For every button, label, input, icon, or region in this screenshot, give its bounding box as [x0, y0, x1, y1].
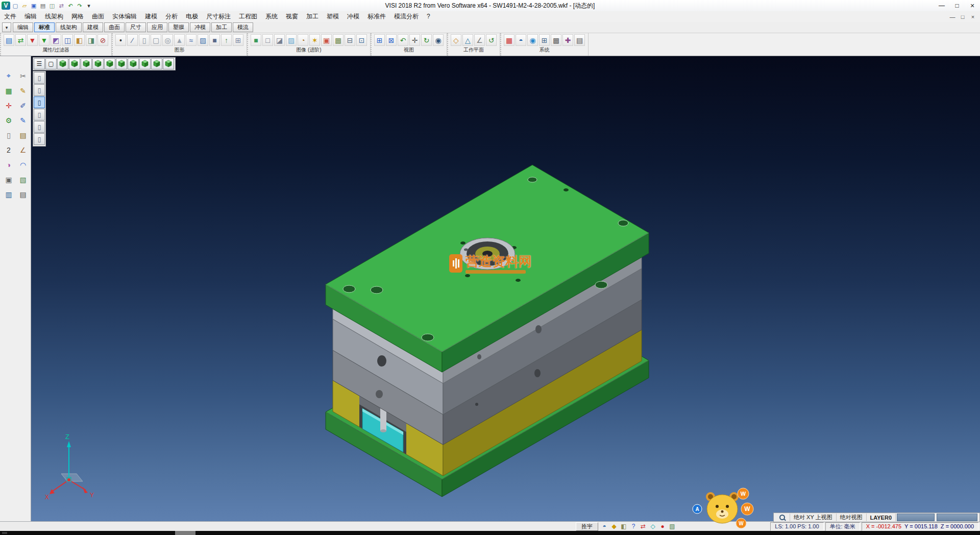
- menu-item-11[interactable]: 工程图: [235, 11, 261, 22]
- copy-attributes-icon[interactable]: ⇄: [15, 34, 26, 46]
- print-icon[interactable]: ▤: [39, 2, 47, 10]
- color-table-icon[interactable]: ▦: [504, 34, 514, 46]
- view-mode-label[interactable]: 绝对 XY 上视图: [790, 514, 837, 521]
- menu-item-19[interactable]: ?: [423, 11, 434, 22]
- view-right-button[interactable]: [116, 58, 127, 69]
- import-icon[interactable]: ⇄: [57, 2, 65, 10]
- point-icon[interactable]: •: [115, 34, 126, 46]
- element-filter-icon[interactable]: ◫: [62, 34, 73, 46]
- menu-item-1[interactable]: 文件: [0, 11, 20, 22]
- maximize-button[interactable]: □: [949, 1, 965, 11]
- filter-remove-icon[interactable]: ▼: [39, 34, 50, 46]
- undo-icon[interactable]: ↶: [66, 2, 75, 10]
- grid-sketch-icon[interactable]: ▦: [2, 84, 15, 98]
- mold-3d-model[interactable]: Z X Y: [31, 56, 980, 521]
- open-file-icon[interactable]: ▱: [20, 2, 29, 10]
- menu-item-9[interactable]: 电极: [182, 11, 202, 22]
- layers-tool-icon[interactable]: ▧: [16, 173, 30, 186]
- snapshot-icon[interactable]: ⊡: [356, 34, 367, 46]
- view-front-button[interactable]: [81, 58, 92, 69]
- globe-icon[interactable]: ◉: [527, 34, 538, 46]
- plane-filter-2[interactable]: ▯: [34, 84, 45, 96]
- workplane-gear-icon[interactable]: ⚙: [2, 113, 15, 127]
- view-iso-nw-button[interactable]: [139, 58, 151, 69]
- swap-icon[interactable]: ⇄: [639, 522, 647, 530]
- transparency-icon[interactable]: ▨: [286, 34, 297, 46]
- workflow-tab-1[interactable]: 编辑: [13, 22, 33, 32]
- printer-setup-icon[interactable]: ▤: [574, 34, 585, 46]
- extrude-icon[interactable]: ↑: [221, 34, 232, 46]
- mask-icon[interactable]: ◩: [51, 34, 61, 46]
- menu-item-5[interactable]: 曲面: [88, 11, 108, 22]
- mdi-minimize-button[interactable]: —: [947, 14, 958, 20]
- workflow-tab-11[interactable]: 模流: [233, 22, 253, 32]
- clear-filter-icon[interactable]: ⊘: [97, 34, 108, 46]
- menu-item-15[interactable]: 塑模: [323, 11, 343, 22]
- view-list-button[interactable]: ☰: [34, 58, 45, 69]
- snap-lock-button[interactable]: 拴宇: [576, 522, 598, 531]
- workplane-reset-icon[interactable]: ↺: [486, 34, 497, 46]
- shaded-view-icon[interactable]: ■: [251, 34, 261, 46]
- texture-icon[interactable]: ▩: [333, 34, 344, 46]
- menu-item-10[interactable]: 尺寸标注: [202, 11, 235, 22]
- mdi-restore-button[interactable]: □: [958, 14, 968, 20]
- profile-icon[interactable]: ≈: [186, 34, 197, 46]
- save-file-icon[interactable]: ▣: [30, 2, 38, 10]
- view-iso-sw-button[interactable]: [163, 58, 174, 69]
- plane-filter-6[interactable]: ▯: [34, 133, 45, 145]
- notebook-icon[interactable]: ▤: [16, 128, 30, 142]
- line-icon[interactable]: ∕: [127, 34, 138, 46]
- plane-filter-3[interactable]: ▯: [34, 96, 45, 108]
- palette-icon[interactable]: ◑: [2, 158, 15, 172]
- edge-filter-icon[interactable]: ◨: [86, 34, 96, 46]
- printer-tool-icon[interactable]: ▤: [16, 187, 30, 201]
- workflow-tab-10[interactable]: 加工: [211, 22, 232, 32]
- menu-item-6[interactable]: 实体编辑: [108, 11, 141, 22]
- solid-icon[interactable]: ■: [209, 34, 220, 46]
- absolute-view-label[interactable]: 绝对视图: [837, 514, 867, 521]
- menu-item-3[interactable]: 线架构: [41, 11, 67, 22]
- chart-tool-icon[interactable]: ▥: [2, 187, 15, 201]
- tab-dropdown-icon[interactable]: ▾: [2, 22, 11, 32]
- paint-icon[interactable]: ◧: [620, 522, 628, 530]
- dimension-2-icon[interactable]: 2: [2, 143, 15, 157]
- workplane-3point-icon[interactable]: △: [462, 34, 473, 46]
- view-bottom-button[interactable]: [69, 58, 80, 69]
- trim-icon[interactable]: ✂: [16, 69, 30, 83]
- view-back-button[interactable]: [92, 58, 104, 69]
- wireframe-view-icon[interactable]: □: [262, 34, 273, 46]
- cone-icon[interactable]: ▲: [174, 34, 185, 46]
- snap-settings-icon[interactable]: ✚: [562, 34, 573, 46]
- filter-add-icon[interactable]: ▼: [27, 34, 38, 46]
- plane-filter-5[interactable]: ▯: [34, 121, 45, 133]
- stamp-icon[interactable]: ▣: [2, 173, 15, 186]
- light-icon[interactable]: ✶: [309, 34, 320, 46]
- plane-filter-4[interactable]: ▯: [34, 109, 45, 120]
- block-icon[interactable]: ⊞: [233, 34, 243, 46]
- view-left-button[interactable]: [104, 58, 115, 69]
- menu-item-7[interactable]: 建模: [141, 11, 161, 22]
- workflow-tab-4[interactable]: 建模: [83, 22, 103, 32]
- key-icon[interactable]: ◆: [610, 522, 618, 530]
- visi-logo[interactable]: V: [2, 2, 10, 10]
- graphics-viewport[interactable]: Z X Y ☰▢ ▯▯▯▯▯▯ 营造资料网: [31, 56, 980, 521]
- workflow-tab-5[interactable]: 曲面: [104, 22, 125, 32]
- workflow-tab-9[interactable]: 冲模: [190, 22, 210, 32]
- zoom-window-icon[interactable]: ⊞: [374, 34, 385, 46]
- pan-icon[interactable]: ✛: [409, 34, 420, 46]
- menu-item-17[interactable]: 标准件: [363, 11, 390, 22]
- menu-item-14[interactable]: 加工: [302, 11, 323, 22]
- material-icon[interactable]: ◔: [298, 34, 308, 46]
- menu-item-16[interactable]: 冲模: [343, 11, 363, 22]
- arc-tool-icon[interactable]: ◠: [16, 158, 30, 172]
- menu-item-8[interactable]: 分析: [161, 11, 182, 22]
- preview-icon[interactable]: ◫: [48, 2, 56, 10]
- new-file-icon[interactable]: ▢: [11, 2, 19, 10]
- sphere-icon[interactable]: ◎: [162, 34, 173, 46]
- plane-filter-1[interactable]: ▯: [34, 72, 45, 84]
- zoom-previous-icon[interactable]: ↶: [398, 34, 408, 46]
- menu-item-12[interactable]: 系统: [261, 11, 282, 22]
- zoom-select-icon[interactable]: ⌖: [2, 69, 15, 83]
- taskbar-thumb[interactable]: [175, 531, 195, 535]
- workflow-tab-3[interactable]: 线架构: [56, 22, 82, 32]
